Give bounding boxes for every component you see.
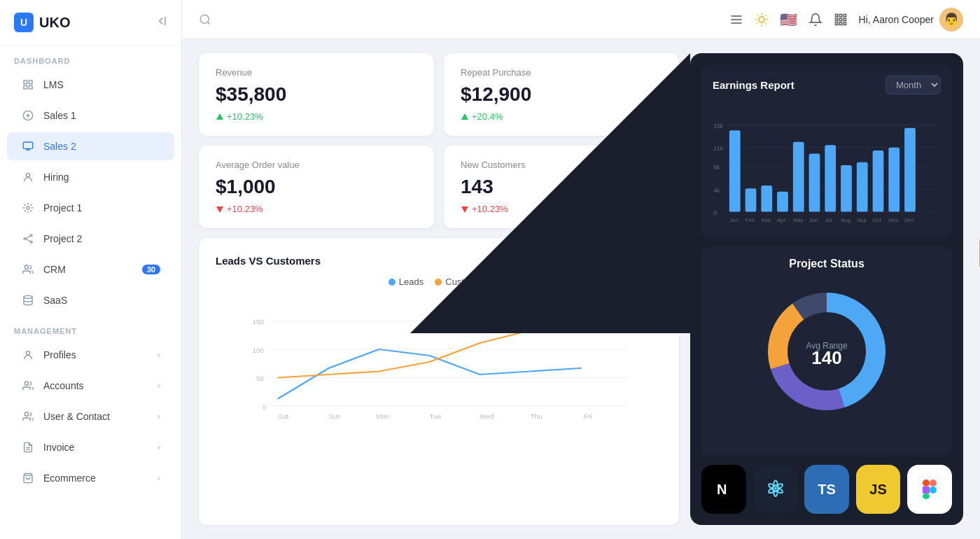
sidebar-item-invoice[interactable]: Invoice ›: [7, 433, 174, 461]
svg-marker-49: [461, 113, 468, 120]
earnings-dark-card: Earnings Report Month Week Year 0 4k 8k: [701, 64, 952, 238]
svg-line-34: [765, 23, 766, 24]
svg-text:4k: 4k: [713, 187, 720, 194]
sidebar-item-lms[interactable]: LMS: [7, 71, 174, 99]
sidebar-item-profiles[interactable]: Profiles ›: [7, 341, 174, 369]
sidebar-item-sales2[interactable]: Sales 2: [7, 132, 174, 160]
svg-rect-86: [873, 150, 884, 212]
svg-rect-115: [923, 493, 930, 499]
svg-rect-47: [844, 22, 846, 24]
svg-rect-84: [841, 165, 852, 212]
user-greeting: Hi, Aaron Cooper: [859, 14, 934, 25]
user-info[interactable]: Hi, Aaron Cooper 👨: [859, 8, 963, 31]
search-icon: [199, 13, 211, 26]
sidebar-item-label: Sales 1: [43, 110, 76, 121]
customers-legend-dot: [435, 279, 442, 286]
ecommerce-chevron-icon: ›: [158, 473, 160, 483]
svg-text:Mon: Mon: [376, 412, 389, 419]
sidebar-item-label: Project 2: [43, 233, 82, 244]
collapse-sidebar-button[interactable]: [155, 15, 167, 30]
new-customers-card: New Customers 143 +10.23%: [444, 146, 679, 228]
svg-rect-83: [825, 145, 836, 211]
svg-text:Dec: Dec: [904, 217, 914, 223]
new-customers-label: New Customers: [461, 160, 662, 170]
sidebar-item-saas[interactable]: SaaS: [7, 286, 174, 314]
typescript-icon[interactable]: TS: [804, 465, 849, 514]
repeat-purchase-value: $12,900: [461, 83, 662, 106]
figma-icon[interactable]: [907, 465, 952, 514]
sidebar-item-ecommerce[interactable]: Ecommerce ›: [7, 464, 174, 492]
svg-text:0: 0: [262, 403, 267, 411]
header: 🇺🇸 Hi, Aaron Cooper 👨: [182, 0, 980, 39]
svg-rect-43: [839, 18, 841, 20]
lms-icon: [21, 78, 35, 92]
svg-point-25: [200, 15, 209, 23]
project2-icon: [21, 232, 35, 246]
sidebar-item-project2[interactable]: Project 2: [7, 225, 174, 253]
new-customers-value: 143: [461, 176, 662, 198]
svg-text:May: May: [793, 217, 804, 223]
svg-rect-41: [844, 14, 846, 16]
earnings-period-select[interactable]: Month Week Year: [886, 76, 941, 94]
revenue-label: Revenue: [216, 67, 417, 78]
svg-rect-44: [844, 18, 846, 20]
sidebar: U UKO DASHBOARD LMS Sales 1 Sales 2: [0, 0, 182, 539]
sidebar-item-hiring[interactable]: Hiring: [7, 163, 174, 191]
profiles-icon: [21, 348, 35, 362]
svg-rect-3: [24, 85, 27, 89]
svg-point-30: [758, 16, 764, 22]
react-icon[interactable]: ⚛: [753, 465, 798, 514]
avg-order-change: +10.23%: [216, 204, 417, 214]
main-content: 🇺🇸 Hi, Aaron Cooper 👨 Revenue: [182, 0, 980, 539]
leads-chart-svg: 0 50 100 150 Sat Sun Mon Tue: [216, 293, 662, 419]
svg-text:Mar: Mar: [761, 217, 771, 223]
nextjs-icon[interactable]: N: [701, 465, 746, 514]
revenue-card: Revenue $35,800 +10.23%: [199, 53, 434, 136]
ecommerce-icon: [21, 471, 35, 485]
svg-point-17: [24, 265, 28, 269]
donut-chart: Avg Range 140: [713, 281, 941, 421]
repeat-purchase-label: Repeat Purchase: [461, 67, 662, 78]
svg-text:Fri: Fri: [584, 412, 592, 419]
svg-marker-48: [216, 113, 223, 120]
sidebar-item-crm[interactable]: CRM 30: [7, 255, 174, 284]
flag-button[interactable]: 🇺🇸: [780, 11, 797, 28]
leads-legend: Leads Customers: [216, 276, 662, 287]
content-area: Revenue $35,800 +10.23% Repeat Purchase …: [182, 39, 980, 539]
leads-chart-title: Leads VS Customers: [216, 255, 321, 267]
svg-rect-82: [809, 153, 820, 211]
crm-badge: 30: [142, 265, 160, 274]
notifications-button[interactable]: [808, 13, 822, 27]
javascript-icon[interactable]: JS: [856, 465, 901, 514]
header-actions: 🇺🇸 Hi, Aaron Cooper 👨: [729, 8, 963, 31]
svg-rect-40: [839, 14, 841, 16]
svg-rect-81: [793, 142, 804, 212]
theme-toggle-button[interactable]: [755, 13, 769, 27]
svg-rect-113: [930, 479, 937, 486]
sidebar-item-user-contact[interactable]: User & Contact ›: [7, 402, 174, 430]
sidebar-item-label: LMS: [43, 79, 64, 90]
svg-rect-87: [888, 148, 899, 212]
leads-month-button[interactable]: Month: [609, 252, 662, 270]
sidebar-item-label: Accounts: [43, 380, 84, 391]
svg-line-38: [765, 15, 766, 15]
svg-text:Wed: Wed: [480, 412, 494, 419]
svg-rect-77: [729, 130, 741, 211]
apps-button[interactable]: [834, 13, 848, 27]
accounts-chevron-icon: ›: [158, 381, 160, 391]
menu-icon-button[interactable]: [729, 13, 743, 27]
avg-order-value: $1,000: [216, 176, 417, 198]
dashboard-section-label: DASHBOARD: [0, 46, 181, 69]
svg-line-37: [757, 23, 757, 24]
leads-legend-item: Leads: [388, 276, 424, 287]
svg-text:Jan: Jan: [729, 217, 738, 223]
sidebar-item-project1[interactable]: Project 1: [7, 194, 174, 222]
svg-rect-85: [857, 162, 868, 212]
sidebar-item-accounts[interactable]: Accounts ›: [7, 372, 174, 400]
sidebar-item-label: Project 1: [43, 202, 82, 214]
svg-text:Nov: Nov: [888, 217, 898, 223]
sidebar-item-sales1[interactable]: Sales 1: [7, 102, 174, 130]
svg-text:Jun: Jun: [809, 217, 818, 223]
svg-text:100: 100: [253, 346, 265, 354]
sales1-icon: [21, 108, 35, 122]
